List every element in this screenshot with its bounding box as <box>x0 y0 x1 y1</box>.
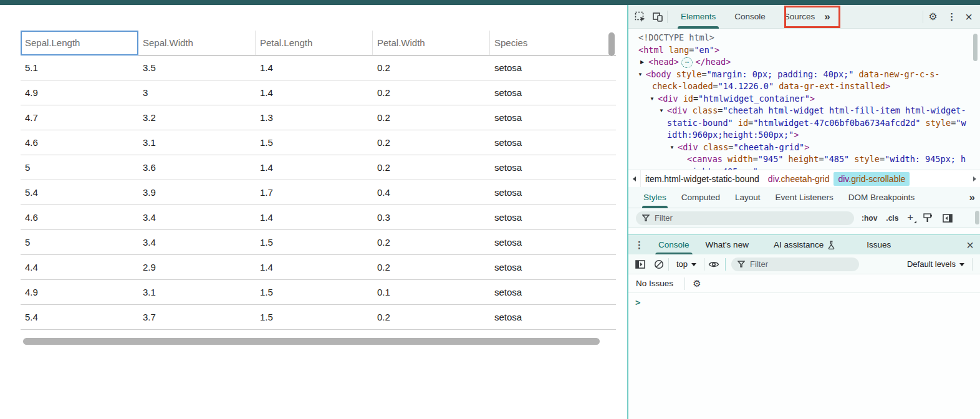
toggle-hover-state-button[interactable]: :hov <box>862 214 877 223</box>
code-line[interactable]: ▼<body style="margin: 0px; padding: 40px… <box>628 69 980 81</box>
elements-tree[interactable]: <!DOCTYPE html><html lang="en">▶<head>⋯<… <box>628 29 980 170</box>
table-cell[interactable]: 3 <box>138 80 256 105</box>
table-cell[interactable]: 3.2 <box>138 105 256 130</box>
console-prompt-area[interactable]: > <box>628 293 980 419</box>
tab-console[interactable]: Console <box>725 5 775 29</box>
table-cell[interactable]: 1.4 <box>256 205 373 229</box>
close-devtools-icon[interactable]: × <box>965 11 980 23</box>
tab-dom-breakpoints[interactable]: DOM Breakpoints <box>841 187 923 208</box>
rendering-emulation-icon[interactable] <box>922 213 933 224</box>
table-cell[interactable]: 3.6 <box>138 155 256 180</box>
table-cell[interactable]: 0.2 <box>373 55 490 80</box>
table-cell[interactable]: setosa <box>490 105 585 130</box>
column-header[interactable]: Sepal.Length <box>21 31 138 55</box>
breadcrumb-item-selected[interactable]: div.grid-scrollable <box>833 172 910 186</box>
table-cell[interactable]: 0.2 <box>373 305 490 329</box>
table-cell[interactable]: 4.4 <box>21 255 138 279</box>
code-line[interactable]: ▼<div class="cheetah html-widget html-fi… <box>628 105 980 117</box>
drawer-tab-issues[interactable]: Issues <box>858 235 899 255</box>
table-row[interactable]: 4.73.21.30.2setosa <box>21 105 616 130</box>
crumb-forward-icon[interactable] <box>969 176 980 181</box>
table-cell[interactable]: 0.1 <box>373 280 490 304</box>
device-toolbar-icon[interactable] <box>652 11 663 22</box>
table-row[interactable]: 4.931.40.2setosa <box>21 80 616 105</box>
tree-scrollbar[interactable] <box>973 34 978 61</box>
drawer-tab-ai-assistance[interactable]: AI assistance <box>766 235 843 255</box>
table-cell[interactable]: 4.9 <box>21 280 138 304</box>
table-cell[interactable]: 5 <box>21 155 138 180</box>
table-cell[interactable]: 1.5 <box>256 230 373 254</box>
table-cell[interactable]: 1.5 <box>256 305 373 329</box>
console-settings-gear-icon[interactable]: ⚙ <box>691 278 703 289</box>
table-cell[interactable]: setosa <box>490 155 585 180</box>
toggle-sidebar-icon[interactable] <box>942 213 953 224</box>
table-cell[interactable]: 5 <box>21 230 138 254</box>
table-cell[interactable]: 0.3 <box>373 205 490 229</box>
code-line[interactable]: check-loaded="14.1226.0" data-gr-ext-ins… <box>628 80 980 93</box>
table-cell[interactable]: 3.4 <box>138 230 256 254</box>
table-cell[interactable]: 5.4 <box>21 305 138 329</box>
log-levels-selector[interactable]: Default levels <box>903 259 968 269</box>
table-row[interactable]: 4.63.41.40.3setosa <box>21 205 616 230</box>
column-header[interactable]: Sepal.Width <box>138 31 256 55</box>
collapse-arrow-icon[interactable]: ▼ <box>638 69 643 81</box>
styles-scrollbar[interactable] <box>975 211 979 224</box>
table-cell[interactable]: 0.2 <box>373 255 490 279</box>
drawer-tab-console[interactable]: Console <box>650 235 698 255</box>
table-cell[interactable]: setosa <box>490 130 585 155</box>
collapse-arrow-icon[interactable]: ▼ <box>659 105 664 117</box>
code-line[interactable]: ▼<div class="cheetah-grid"> <box>628 142 980 154</box>
table-cell[interactable]: 1.4 <box>256 155 373 180</box>
collapse-arrow-icon[interactable]: ▼ <box>650 93 655 105</box>
table-row[interactable]: 4.93.11.50.1setosa <box>21 280 616 305</box>
table-cell[interactable]: 1.5 <box>256 130 373 155</box>
table-cell[interactable]: 4.7 <box>21 105 138 130</box>
cheetah-grid-widget[interactable]: Sepal.Length Sepal.Width Petal.Length Pe… <box>21 31 616 352</box>
issues-status[interactable]: No Issues <box>628 279 681 288</box>
column-header[interactable]: Petal.Length <box>256 31 373 55</box>
context-selector[interactable]: top <box>673 259 700 269</box>
tab-elements[interactable]: Elements <box>671 5 725 29</box>
table-cell[interactable]: 4.9 <box>21 80 138 105</box>
table-row[interactable]: 53.61.40.2setosa <box>21 155 616 180</box>
table-row[interactable]: 5.43.71.50.2setosa <box>21 305 616 330</box>
horizontal-scrollbar[interactable] <box>23 338 600 345</box>
table-cell[interactable]: setosa <box>490 255 585 279</box>
table-cell[interactable]: 5.1 <box>21 55 138 80</box>
table-cell[interactable]: 0.2 <box>373 155 490 180</box>
table-cell[interactable]: 0.4 <box>373 180 490 205</box>
clear-console-icon[interactable] <box>653 259 665 270</box>
table-cell[interactable]: 3.1 <box>138 130 256 155</box>
table-cell[interactable]: 0.2 <box>373 80 490 105</box>
collapse-arrow-icon[interactable]: ▼ <box>670 142 675 154</box>
column-header[interactable]: Petal.Width <box>373 31 490 55</box>
table-cell[interactable]: 1.3 <box>256 105 373 130</box>
table-row[interactable]: 4.42.91.40.2setosa <box>21 255 616 280</box>
code-line[interactable]: <html lang="en"> <box>628 44 980 57</box>
table-cell[interactable]: 3.5 <box>138 55 256 80</box>
live-expression-eye-icon[interactable] <box>708 259 719 270</box>
table-cell[interactable]: 0.2 <box>373 105 490 130</box>
drawer-tab-whats-new[interactable]: What's new <box>698 235 757 255</box>
console-sidebar-icon[interactable] <box>635 259 646 270</box>
table-cell[interactable]: 5.4 <box>21 180 138 205</box>
table-cell[interactable]: setosa <box>490 230 585 254</box>
styles-filter-input[interactable]: Filter <box>636 211 854 225</box>
toggle-class-button[interactable]: .cls <box>886 214 898 223</box>
code-line[interactable]: idth:960px;height:500px;"> <box>628 129 980 142</box>
table-cell[interactable]: setosa <box>490 280 585 304</box>
tab-event-listeners[interactable]: Event Listeners <box>768 187 841 208</box>
table-cell[interactable]: 4.6 <box>21 205 138 229</box>
expand-arrow-icon[interactable]: ▶ <box>640 56 644 69</box>
table-cell[interactable]: 1.4 <box>256 255 373 279</box>
tab-styles[interactable]: Styles <box>636 187 674 208</box>
console-filter-input[interactable]: Filter <box>731 258 859 271</box>
crumb-back-icon[interactable] <box>628 170 641 188</box>
table-cell[interactable]: setosa <box>490 205 585 229</box>
table-cell[interactable]: 1.7 <box>256 180 373 205</box>
table-cell[interactable]: setosa <box>490 55 585 80</box>
code-line[interactable]: static-bound" id="htmlwidget-47c06bf0ba6… <box>628 117 980 130</box>
tab-computed[interactable]: Computed <box>674 187 728 208</box>
table-cell[interactable]: 1.4 <box>256 55 373 80</box>
table-cell[interactable]: 2.9 <box>138 255 256 279</box>
